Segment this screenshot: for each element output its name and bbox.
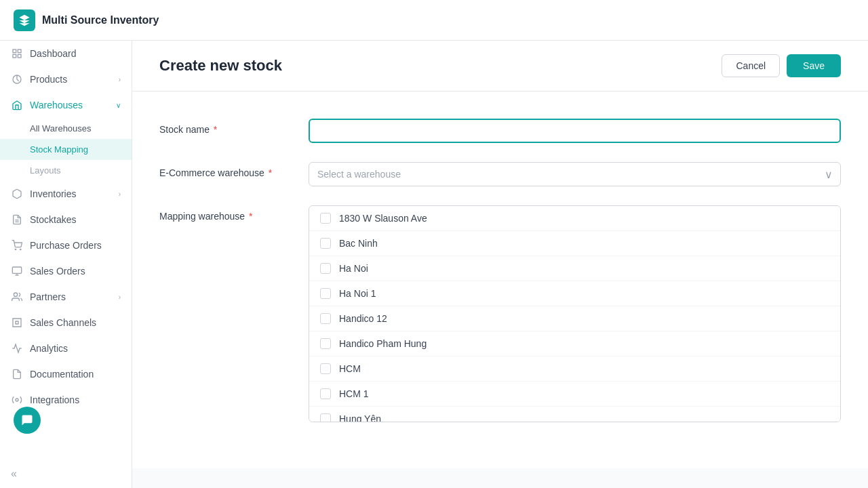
warehouses-icon xyxy=(11,99,23,111)
sidebar-item-stocktakes-label: Stocktakes xyxy=(30,214,121,225)
ecommerce-required: * xyxy=(266,167,272,178)
sidebar-item-inventories[interactable]: Inventories › xyxy=(0,181,132,207)
mapping-warehouse-item[interactable]: Ha Noi xyxy=(309,256,840,281)
svg-rect-2 xyxy=(13,54,16,58)
sidebar-item-products[interactable]: Products › xyxy=(0,66,132,92)
products-chevron-icon: › xyxy=(119,76,121,83)
svg-point-12 xyxy=(14,293,17,296)
mapping-warehouse-item[interactable]: HCM xyxy=(309,357,840,382)
mapping-warehouse-item[interactable]: Handico 12 xyxy=(309,306,840,331)
sidebar-sub-item-stock-mapping[interactable]: Stock Mapping xyxy=(0,139,132,160)
sidebar-item-inventories-label: Inventories xyxy=(30,188,112,199)
mapping-warehouse-checkbox[interactable] xyxy=(320,263,331,274)
purchase-orders-icon xyxy=(11,239,23,251)
sidebar-item-analytics-label: Analytics xyxy=(30,343,121,354)
mapping-warehouse-row: Mapping warehouse * 1830 W Slauson Ave B… xyxy=(159,205,841,422)
stock-mapping-label: Stock Mapping xyxy=(30,144,88,155)
stock-name-row: Stock name * xyxy=(159,119,841,143)
chat-bubble-button[interactable] xyxy=(14,407,41,434)
stock-name-input[interactable] xyxy=(309,119,841,143)
inventories-chevron-icon: › xyxy=(119,190,121,198)
mapping-warehouse-item[interactable]: 1830 W Slauson Ave xyxy=(309,206,840,231)
sidebar-item-partners-label: Partners xyxy=(30,291,112,302)
sidebar-item-dashboard[interactable]: Dashboard xyxy=(0,41,132,66)
warehouses-chevron-icon: ∨ xyxy=(116,102,121,109)
svg-rect-3 xyxy=(18,54,21,58)
mapping-warehouse-checkbox[interactable] xyxy=(320,313,331,324)
mapping-warehouse-checkbox[interactable] xyxy=(320,238,331,249)
sidebar-item-stocktakes[interactable]: Stocktakes xyxy=(0,207,132,232)
inventories-icon xyxy=(11,188,23,200)
sidebar-item-sales-orders[interactable]: Sales Orders xyxy=(0,258,132,284)
sidebar-sub-item-all-warehouses[interactable]: All Warehouses xyxy=(0,118,132,139)
mapping-warehouse-item-label: Ha Noi xyxy=(339,263,368,274)
layouts-label: Layouts xyxy=(30,165,61,176)
sidebar-collapse-button[interactable]: « xyxy=(0,460,132,488)
sidebar-item-documentation-label: Documentation xyxy=(30,369,121,380)
mapping-warehouse-checkbox[interactable] xyxy=(320,363,331,374)
sidebar-item-integrations-label: Integrations xyxy=(30,394,121,405)
analytics-icon xyxy=(11,342,23,354)
mapping-warehouse-item[interactable]: HCM 1 xyxy=(309,382,840,407)
stock-name-label: Stock name * xyxy=(159,119,295,135)
sidebar-item-sales-orders-label: Sales Orders xyxy=(30,266,121,277)
sidebar-item-purchase-orders-label: Purchase Orders xyxy=(30,240,121,251)
mapping-warehouse-item-label: Handico Pham Hung xyxy=(339,338,427,349)
sidebar-item-sales-channels[interactable]: Sales Channels xyxy=(0,310,132,336)
svg-point-7 xyxy=(15,249,16,249)
sidebar-item-dashboard-label: Dashboard xyxy=(30,48,121,59)
svg-rect-1 xyxy=(18,49,21,53)
mapping-warehouse-item-label: Handico 12 xyxy=(339,313,387,324)
svg-rect-0 xyxy=(13,49,16,53)
documentation-icon xyxy=(11,368,23,380)
mapping-warehouse-item[interactable]: Ha Noi 1 xyxy=(309,281,840,306)
dashboard-icon xyxy=(11,47,23,60)
mapping-warehouse-item-label: Ha Noi 1 xyxy=(339,288,376,299)
save-button[interactable]: Save xyxy=(787,54,841,77)
layout: Dashboard Products › Warehouses ∨ All Wa… xyxy=(0,41,868,488)
mapping-warehouse-item[interactable]: Hung Yên xyxy=(309,407,840,422)
sales-orders-icon xyxy=(11,265,23,277)
mapping-warehouse-label: Mapping warehouse * xyxy=(159,205,295,222)
app-logo xyxy=(14,9,35,31)
sidebar-item-analytics[interactable]: Analytics xyxy=(0,336,132,361)
mapping-warehouse-checkbox[interactable] xyxy=(320,338,331,349)
partners-chevron-icon: › xyxy=(119,293,121,301)
sidebar-item-documentation[interactable]: Documentation xyxy=(0,361,132,387)
sidebar-item-sales-channels-label: Sales Channels xyxy=(30,317,121,328)
sales-channels-icon xyxy=(11,317,23,329)
header-actions: Cancel Save xyxy=(722,54,841,77)
svg-point-8 xyxy=(20,249,21,249)
ecommerce-warehouse-row: E-Commerce warehouse * Select a warehous… xyxy=(159,162,841,186)
mapping-warehouse-checkbox[interactable] xyxy=(320,388,331,399)
products-icon xyxy=(11,73,23,85)
sidebar-sub-item-layouts[interactable]: Layouts xyxy=(0,160,132,181)
main-content: Create new stock Cancel Save Stock name … xyxy=(132,41,868,488)
top-bar: Multi Source Inventory xyxy=(0,0,868,41)
mapping-warehouse-checkbox[interactable] xyxy=(320,413,331,422)
mapping-warehouse-item-label: Bac Ninh xyxy=(339,238,378,249)
ecommerce-warehouse-select[interactable]: Select a warehouse1830 W Slauson AveBac … xyxy=(309,162,841,186)
ecommerce-warehouse-label: E-Commerce warehouse * xyxy=(159,162,295,178)
mapping-warehouse-checkbox[interactable] xyxy=(320,213,331,224)
mapping-warehouse-list: 1830 W Slauson Ave Bac Ninh Ha Noi Ha No… xyxy=(309,205,841,422)
mapping-warehouse-item-label: 1830 W Slauson Ave xyxy=(339,213,427,224)
sidebar-item-purchase-orders[interactable]: Purchase Orders xyxy=(0,232,132,258)
sidebar-item-warehouses-label: Warehouses xyxy=(30,100,109,110)
sidebar-item-products-label: Products xyxy=(30,74,112,85)
integrations-icon xyxy=(11,394,23,406)
stock-name-required: * xyxy=(211,124,217,135)
collapse-icon: « xyxy=(11,468,17,480)
all-warehouses-label: All Warehouses xyxy=(30,123,92,134)
ecommerce-warehouse-select-wrapper: Select a warehouse1830 W Slauson AveBac … xyxy=(309,162,841,186)
sidebar-item-warehouses[interactable]: Warehouses ∨ xyxy=(0,92,132,118)
cancel-button[interactable]: Cancel xyxy=(722,54,780,77)
mapping-warehouse-item-label: HCM 1 xyxy=(339,388,369,399)
page-header: Create new stock Cancel Save xyxy=(132,41,868,92)
sidebar-item-partners[interactable]: Partners › xyxy=(0,284,132,310)
mapping-warehouse-checkbox[interactable] xyxy=(320,288,331,299)
partners-icon xyxy=(11,291,23,303)
mapping-warehouse-item[interactable]: Bac Ninh xyxy=(309,231,840,256)
mapping-warehouse-item[interactable]: Handico Pham Hung xyxy=(309,331,840,357)
form-area: Stock name * E-Commerce warehouse * Sele… xyxy=(132,92,868,468)
